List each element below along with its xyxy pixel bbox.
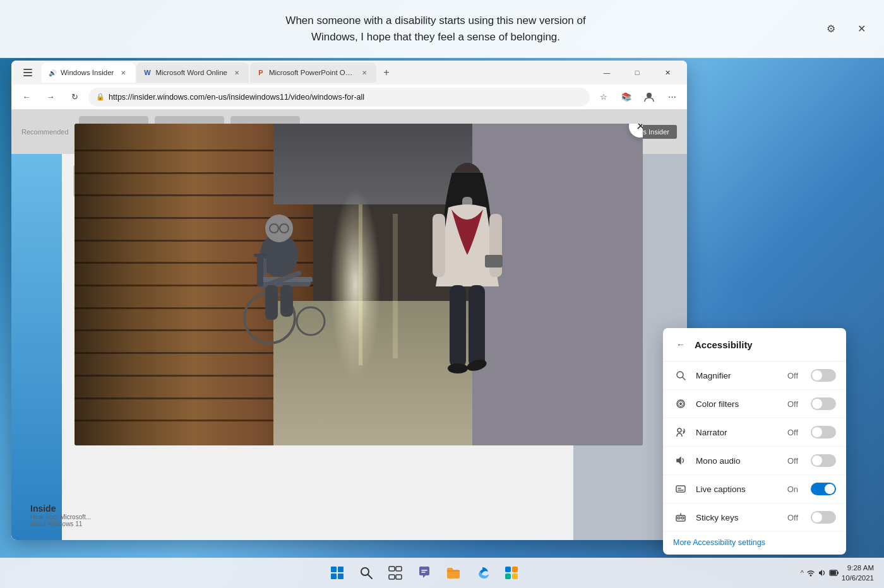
magnifier-label: Magnifier: [696, 371, 780, 380]
top-notification-bar: When someone with a disability starts us…: [0, 0, 884, 58]
browser-tab-powerpoint[interactable]: P Microsoft PowerPoint Online ✕: [250, 62, 376, 83]
svg-rect-27: [485, 255, 503, 268]
mono-audio-icon: [673, 453, 688, 468]
navbar-icons: ☆ 📚 ⋯: [594, 87, 682, 107]
refresh-button[interactable]: ↻: [64, 87, 85, 107]
magnifier-toggle[interactable]: [811, 369, 836, 382]
task-view-button[interactable]: [383, 560, 408, 585]
magnifier-toggle-knob: [812, 370, 822, 380]
svg-rect-52: [505, 573, 511, 579]
notification-line1: When someone with a disability starts us…: [285, 15, 585, 26]
color-filters-toggle[interactable]: [811, 397, 836, 410]
new-tab-button[interactable]: +: [378, 64, 395, 81]
svg-point-32: [678, 428, 681, 432]
back-button[interactable]: ←: [16, 87, 37, 107]
browser-tab-active[interactable]: 🔊 Windows Insider ✕: [42, 62, 135, 83]
notification-line2: Windows, I hope that they feel a sense o…: [311, 31, 560, 43]
svg-line-45: [368, 575, 372, 579]
taskbar: ^ 9:28 AM 10/6/2021: [0, 558, 884, 588]
recommended-label: Recommended: [21, 128, 69, 136]
svg-rect-24: [469, 285, 485, 367]
svg-rect-40: [331, 567, 337, 572]
notification-text: When someone with a disability starts us…: [51, 13, 821, 45]
svg-rect-2: [23, 75, 32, 76]
file-explorer-button[interactable]: [441, 560, 466, 585]
tab2-favicon: W: [143, 68, 152, 77]
settings-icon[interactable]: ⚙: [821, 19, 841, 39]
tab2-close[interactable]: ✕: [231, 67, 242, 78]
narrator-toggle[interactable]: [811, 426, 836, 438]
color-filters-status: Off: [787, 399, 798, 409]
lock-icon: 🔒: [96, 93, 105, 101]
collections-button[interactable]: 📚: [616, 87, 636, 107]
svg-rect-53: [512, 573, 518, 579]
tab3-title: Microsoft PowerPoint Online: [269, 69, 355, 76]
chevron-icon[interactable]: ^: [801, 569, 804, 577]
tab1-title: Windows Insider: [61, 69, 114, 76]
mono-audio-status: Off: [787, 456, 798, 466]
sticky-keys-toggle-knob: [812, 512, 822, 522]
minimize-button[interactable]: —: [592, 62, 621, 83]
more-button[interactable]: ⋯: [662, 87, 682, 107]
svg-rect-46: [389, 567, 395, 571]
browser-close-button[interactable]: ✕: [653, 62, 682, 83]
mono-audio-toggle[interactable]: [811, 454, 836, 467]
edge-button[interactable]: [470, 560, 495, 585]
svg-rect-50: [505, 567, 511, 572]
battery-icon: [829, 568, 839, 577]
accessibility-panel: ← Accessibility Magnifier Off Color filt…: [663, 328, 846, 555]
profile-button[interactable]: [639, 87, 659, 107]
browser-tab-word[interactable]: W Microsoft Word Online ✕: [136, 62, 249, 83]
favorites-button[interactable]: ☆: [594, 87, 614, 107]
time-display: 9:28 AM: [842, 563, 874, 573]
live-captions-toggle-knob: [825, 484, 835, 494]
start-button[interactable]: [325, 560, 350, 585]
address-text: https://insider.windows.com/en-us/inside…: [109, 93, 582, 102]
sticky-keys-icon: [673, 510, 688, 525]
magnifier-icon: [673, 368, 688, 383]
svg-rect-18: [280, 285, 293, 317]
sticky-keys-item: Sticky keys Off: [663, 503, 846, 532]
taskbar-time[interactable]: 9:28 AM 10/6/2021: [842, 563, 874, 583]
inside-description: Hear from Microsoft...: [30, 514, 157, 520]
tab3-close[interactable]: ✕: [359, 67, 370, 78]
sticky-keys-status: Off: [787, 513, 798, 522]
chat-button[interactable]: [412, 560, 437, 585]
panel-back-button[interactable]: ←: [673, 337, 688, 352]
mono-audio-label: Mono audio: [696, 456, 780, 466]
narrator-status: Off: [787, 428, 798, 437]
live-captions-toggle[interactable]: [811, 483, 836, 495]
sticky-keys-toggle[interactable]: [811, 511, 836, 524]
taskbar-system-tray[interactable]: ^: [801, 568, 839, 577]
search-button[interactable]: [354, 560, 379, 585]
svg-rect-16: [254, 254, 266, 257]
color-filters-toggle-knob: [812, 399, 822, 409]
more-accessibility-link[interactable]: More Accessibility settings: [673, 538, 836, 547]
forward-button[interactable]: →: [40, 87, 61, 107]
svg-rect-57: [837, 572, 839, 574]
live-captions-label: Live captions: [696, 485, 780, 494]
narrator-icon: [673, 425, 688, 440]
close-icon[interactable]: ✕: [851, 19, 871, 39]
color-filters-icon: [673, 396, 688, 411]
browser-content: Recommended OS Install... Paint Blouse..…: [11, 110, 687, 540]
svg-rect-48: [389, 575, 395, 579]
panel-title: Accessibility: [695, 339, 753, 350]
store-button[interactable]: [499, 560, 524, 585]
svg-rect-0: [23, 69, 32, 70]
panel-footer: More Accessibility settings: [663, 532, 846, 555]
svg-point-31: [679, 403, 682, 405]
magnifier-item: Magnifier Off: [663, 362, 846, 390]
tab1-close[interactable]: ✕: [117, 67, 129, 78]
svg-rect-49: [396, 575, 402, 579]
svg-point-10: [297, 307, 325, 335]
svg-rect-17: [265, 285, 278, 320]
svg-point-44: [361, 568, 369, 575]
sidebar-toggle-button[interactable]: [16, 61, 39, 84]
panel-header: ← Accessibility: [663, 328, 846, 362]
address-bar[interactable]: 🔒 https://insider.windows.com/en-us/insi…: [88, 88, 590, 107]
live-captions-item: Live captions On: [663, 475, 846, 503]
browser-navbar: ← → ↻ 🔒 https://insider.windows.com/en-u…: [11, 85, 687, 110]
svg-rect-33: [676, 486, 685, 492]
maximize-button[interactable]: □: [623, 62, 652, 83]
